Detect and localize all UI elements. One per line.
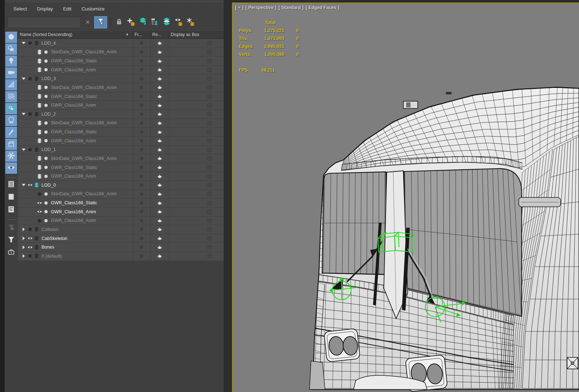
renderable-toggle-icon[interactable]: [157, 191, 163, 197]
freeze-toggle-icon[interactable]: [139, 138, 145, 144]
renderable-toggle-icon[interactable]: [157, 226, 163, 233]
scene-row-gwr-class166-static[interactable]: GWR_Class166_Static: [18, 163, 224, 172]
display-bones-button[interactable]: [5, 127, 17, 138]
freeze-toggle-icon[interactable]: [139, 209, 145, 215]
column-header-name[interactable]: Name (Sorted Descending) ▼: [18, 31, 133, 39]
freeze-toggle-icon[interactable]: [139, 146, 145, 153]
diamond-icon[interactable]: [36, 191, 43, 197]
viewport-label-segment[interactable]: [ Standard ]: [278, 5, 303, 10]
freeze-toggle-icon[interactable]: [139, 120, 145, 126]
scene-row-skindata-gwr-class166-anim[interactable]: SkinData_GWR_Class166_Anim: [18, 83, 224, 92]
renderable-toggle-icon[interactable]: [157, 40, 163, 46]
tri-closed-icon[interactable]: [20, 244, 27, 250]
scene-row-skindata-gwr-class166-anim[interactable]: SkinData_GWR_Class166_Anim: [18, 154, 224, 163]
tri-closed-icon[interactable]: [20, 235, 27, 242]
menu-edit[interactable]: Edit: [63, 6, 71, 12]
display-as-box-toggle-icon[interactable]: [206, 226, 213, 233]
freeze-toggle-icon[interactable]: [139, 217, 145, 224]
sort-by-hierarchy-button[interactable]: [148, 16, 161, 28]
dot-icon[interactable]: [43, 49, 49, 55]
layers-white-icon[interactable]: [36, 138, 43, 144]
renderable-toggle-icon[interactable]: [157, 146, 163, 153]
scene-row-gwr-class166-anim[interactable]: GWR_Class166_Anim: [18, 66, 224, 75]
menu-display[interactable]: Display: [37, 6, 53, 12]
dot-icon[interactable]: [43, 67, 49, 73]
scene-row-lod-4[interactable]: LOD_4: [18, 39, 224, 48]
display-containers-button[interactable]: [5, 139, 17, 150]
display-as-box-toggle-icon[interactable]: [206, 209, 213, 215]
renderable-toggle-icon[interactable]: [157, 102, 163, 108]
display-space-warps-button[interactable]: [5, 91, 17, 102]
menu-customize[interactable]: Customize: [82, 6, 105, 12]
display-as-box-toggle-icon[interactable]: [206, 173, 213, 179]
workspace-basket-button[interactable]: [5, 247, 17, 258]
renderable-toggle-icon[interactable]: [157, 120, 163, 126]
scene-row-cabskeleton[interactable]: CabSkeleton: [18, 234, 224, 243]
scene-row-gwr-class166-static[interactable]: GWR_Class166_Static: [18, 128, 224, 137]
display-as-box-toggle-icon[interactable]: [206, 253, 213, 259]
freeze-toggle-icon[interactable]: [139, 93, 145, 100]
display-shapes-button[interactable]: [5, 44, 17, 55]
eye-icon[interactable]: [27, 244, 33, 250]
scene-row-gwr-class166-static[interactable]: GWR_Class166_Static: [18, 57, 224, 66]
dot-icon[interactable]: [43, 58, 49, 64]
layers-white-icon[interactable]: [36, 164, 43, 171]
diamond-icon[interactable]: [36, 217, 43, 224]
scene-row-skindata-gwr-class166-anim[interactable]: SkinData_GWR_Class166_Anim: [18, 190, 224, 199]
display-as-box-toggle-icon[interactable]: [206, 84, 213, 91]
tri-closed-icon[interactable]: [20, 253, 27, 259]
scene-row-skindata-gwr-class166-anim[interactable]: SkinData_GWR_Class166_Anim: [18, 48, 224, 57]
view-note-button[interactable]: [5, 204, 17, 215]
layers-dark-icon[interactable]: [33, 235, 40, 242]
renderable-toggle-icon[interactable]: [157, 200, 163, 206]
dot-icon[interactable]: [43, 217, 49, 224]
scene-row-gwr-class166-anim[interactable]: GWR_Class166_Anim: [18, 101, 224, 110]
renderable-toggle-icon[interactable]: [157, 49, 163, 55]
tri-open-icon[interactable]: [20, 111, 27, 117]
tri-closed-icon[interactable]: [20, 226, 27, 233]
renderable-toggle-icon[interactable]: [157, 217, 163, 224]
renderable-toggle-icon[interactable]: [157, 164, 163, 171]
display-objects-button[interactable]: [5, 32, 17, 43]
display-as-box-toggle-icon[interactable]: [206, 102, 213, 108]
layers-dark-icon[interactable]: [33, 75, 40, 82]
clear-search-button[interactable]: ×: [83, 17, 92, 27]
scene-row-gwr-class166-anim[interactable]: GWR_Class166_Anim: [18, 137, 224, 146]
renderable-toggle-icon[interactable]: [157, 58, 163, 64]
freeze-toggle-icon[interactable]: [139, 102, 145, 108]
renderable-toggle-icon[interactable]: [157, 173, 163, 179]
dot-icon[interactable]: [43, 93, 49, 100]
display-cameras-button[interactable]: [5, 67, 17, 79]
lock-cell-editing-button[interactable]: [113, 16, 126, 28]
viewport-label-segment[interactable]: [ Edged Faces ]: [306, 5, 339, 10]
scene-row-gwr-class166-anim[interactable]: GWR_Class166_Anim: [18, 217, 224, 226]
search-input[interactable]: [7, 17, 79, 27]
layers-white-icon[interactable]: [36, 129, 43, 135]
dot-icon[interactable]: [43, 200, 49, 206]
freeze-layer-button[interactable]: [184, 16, 197, 28]
layers-white-icon[interactable]: [36, 58, 43, 64]
dot-icon[interactable]: [43, 155, 49, 162]
display-xrefs-button[interactable]: [5, 115, 17, 126]
renderable-toggle-icon[interactable]: [157, 155, 163, 162]
freeze-toggle-icon[interactable]: [139, 155, 145, 162]
scene-row-gwr-class166-static[interactable]: GWR_Class166_Static: [18, 92, 224, 101]
panel-grip[interactable]: [5, 0, 224, 3]
dot-icon[interactable]: [43, 120, 49, 126]
freeze-toggle-icon[interactable]: [139, 164, 145, 171]
renderable-toggle-icon[interactable]: [157, 84, 163, 91]
menu-select[interactable]: Select: [13, 6, 27, 12]
diamond-icon[interactable]: [27, 146, 33, 153]
freeze-toggle-icon[interactable]: [139, 253, 145, 259]
freeze-toggle-icon[interactable]: [139, 111, 145, 117]
display-hidden-button[interactable]: [5, 162, 17, 174]
freeze-toggle-icon[interactable]: [139, 182, 145, 188]
eye-icon[interactable]: [27, 182, 33, 188]
column-header-freeze[interactable]: Fr...: [133, 31, 150, 39]
eye-icon[interactable]: [27, 235, 33, 242]
freeze-toggle-icon[interactable]: [139, 67, 145, 73]
dot-icon[interactable]: [43, 138, 49, 144]
layers-white-icon[interactable]: [36, 49, 43, 55]
column-header-render[interactable]: Re...: [150, 31, 169, 39]
renderable-toggle-icon[interactable]: [157, 111, 163, 117]
